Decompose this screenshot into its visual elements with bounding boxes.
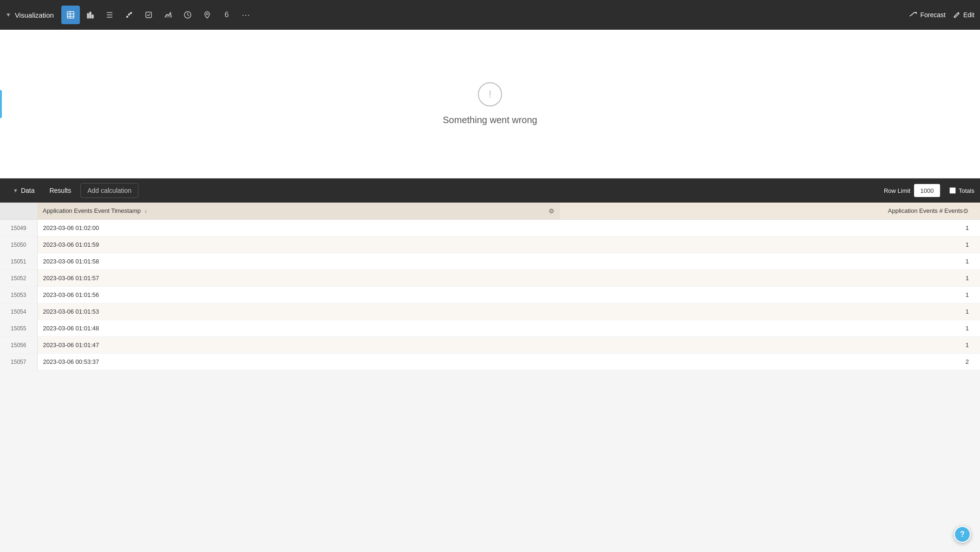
totals-group: Totals	[949, 187, 974, 194]
table-row: 150542023-03-06 01:01:531	[0, 303, 980, 320]
data-table-container: Application Events Event Timestamp ↓ ⚙ A…	[0, 203, 980, 370]
events-cell: 2	[560, 354, 980, 370]
events-header-label: Application Events # Events	[888, 207, 963, 214]
row-number-cell: 15054	[0, 303, 37, 320]
totals-label: Totals	[959, 187, 974, 194]
row-number-cell: 15052	[0, 270, 37, 287]
events-cell: 1	[560, 320, 980, 337]
results-label: Results	[49, 187, 71, 194]
row-number-cell: 15057	[0, 354, 37, 370]
sort-arrow: ↓	[144, 208, 147, 214]
timestamp-cell: 2023-03-06 01:01:57	[37, 270, 560, 287]
timestamp-cell: 2023-03-06 01:01:58	[37, 253, 560, 270]
collapse-chevron[interactable]: ▼	[6, 12, 11, 18]
ordered-list-icon[interactable]	[100, 6, 119, 24]
row-number-cell: 15055	[0, 320, 37, 337]
row-number-cell: 15051	[0, 253, 37, 270]
area-chart-icon[interactable]	[159, 6, 177, 24]
events-gear-icon[interactable]: ⚙	[963, 207, 969, 215]
timestamp-header[interactable]: Application Events Event Timestamp ↓ ⚙	[37, 203, 560, 220]
svg-rect-5	[90, 12, 91, 18]
timestamp-cell: 2023-03-06 01:02:00	[37, 220, 560, 237]
more-options-icon[interactable]: ···	[237, 6, 255, 24]
left-indicator	[0, 90, 2, 118]
table-row: 150562023-03-06 01:01:471	[0, 337, 980, 354]
events-cell: 1	[560, 253, 980, 270]
row-number-cell: 15056	[0, 337, 37, 354]
add-calculation-button[interactable]: Add calculation	[80, 183, 138, 198]
error-message: Something went wrong	[443, 115, 537, 125]
events-cell: 1	[560, 303, 980, 320]
row-limit-input[interactable]	[914, 184, 940, 197]
table-row: 150572023-03-06 00:53:372	[0, 354, 980, 370]
table-row: 150522023-03-06 01:01:571	[0, 270, 980, 287]
results-tab[interactable]: Results	[42, 178, 78, 203]
scatter-icon[interactable]	[120, 6, 138, 24]
svg-line-18	[188, 15, 189, 16]
forecast-icon	[909, 11, 917, 19]
row-number-cell: 15053	[0, 287, 37, 303]
location-icon[interactable]	[198, 6, 216, 24]
forecast-button[interactable]: Forecast	[909, 11, 945, 19]
timestamp-cell: 2023-03-06 01:01:47	[37, 337, 560, 354]
table-row: 150492023-03-06 01:02:001	[0, 220, 980, 237]
clock-icon[interactable]	[178, 6, 197, 24]
checkbox-icon[interactable]	[139, 6, 158, 24]
data-toolbar: ▼ Data Results Add calculation Row Limit…	[0, 178, 980, 203]
exclamation-icon: !	[489, 89, 491, 99]
svg-rect-4	[87, 13, 89, 18]
totals-checkbox[interactable]	[949, 187, 956, 194]
row-limit-group: Row Limit Totals	[884, 184, 974, 197]
edit-button[interactable]: Edit	[953, 11, 974, 19]
svg-line-20	[958, 13, 959, 13]
ellipsis-icon: ···	[242, 10, 250, 20]
events-cell: 1	[560, 220, 980, 237]
visualization-toolbar: ▼ Visualization	[0, 0, 980, 30]
timestamp-cell: 2023-03-06 01:01:48	[37, 320, 560, 337]
data-toolbar-left: ▼ Data Results Add calculation	[6, 178, 138, 203]
timestamp-cell: 2023-03-06 00:53:37	[37, 354, 560, 370]
table-body: 150492023-03-06 01:02:001150502023-03-06…	[0, 220, 980, 370]
table-row: 150512023-03-06 01:01:581	[0, 253, 980, 270]
bar-chart-icon[interactable]	[81, 6, 99, 24]
timestamp-cell: 2023-03-06 01:01:59	[37, 237, 560, 253]
row-number-cell: 15050	[0, 237, 37, 253]
timestamp-header-label: Application Events Event Timestamp	[43, 207, 141, 214]
svg-rect-0	[67, 12, 74, 18]
data-tab-label: Data	[21, 187, 35, 194]
toolbar-right: Forecast Edit	[909, 11, 974, 19]
table-row: 150532023-03-06 01:01:561	[0, 287, 980, 303]
table-header-row: Application Events Event Timestamp ↓ ⚙ A…	[0, 203, 980, 220]
events-cell: 1	[560, 270, 980, 287]
toolbar-icons: 6 ···	[61, 6, 908, 24]
data-chevron: ▼	[13, 188, 18, 193]
toolbar-title-group: ▼ Visualization	[6, 11, 54, 19]
svg-line-13	[126, 12, 132, 18]
table-row: 150552023-03-06 01:01:481	[0, 320, 980, 337]
events-header[interactable]: Application Events # Events ⚙	[560, 203, 980, 220]
error-icon: !	[478, 82, 502, 106]
events-cell: 1	[560, 237, 980, 253]
timestamp-cell: 2023-03-06 01:01:56	[37, 287, 560, 303]
events-cell: 1	[560, 287, 980, 303]
add-calc-label: Add calculation	[87, 187, 131, 194]
svg-marker-15	[165, 13, 171, 17]
table-view-icon[interactable]	[61, 6, 80, 24]
row-limit-label: Row Limit	[884, 187, 910, 194]
row-num-header	[0, 203, 37, 220]
row-number-cell: 15049	[0, 220, 37, 237]
data-table: Application Events Event Timestamp ↓ ⚙ A…	[0, 203, 980, 370]
number-icon[interactable]: 6	[217, 6, 236, 24]
timestamp-gear-icon[interactable]: ⚙	[549, 207, 555, 215]
table-row: 150502023-03-06 01:01:591	[0, 237, 980, 253]
toolbar-title: Visualization	[15, 11, 54, 19]
edit-icon	[953, 11, 960, 19]
number-label: 6	[224, 11, 229, 19]
error-area: ! Something went wrong	[0, 30, 980, 178]
forecast-label: Forecast	[920, 11, 945, 19]
svg-rect-6	[92, 15, 93, 18]
data-tab[interactable]: ▼ Data	[6, 178, 42, 203]
svg-point-19	[206, 13, 208, 15]
edit-label: Edit	[963, 11, 974, 19]
events-cell: 1	[560, 337, 980, 354]
